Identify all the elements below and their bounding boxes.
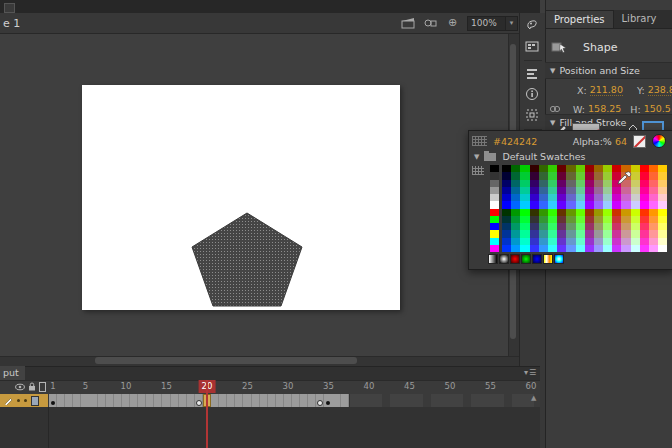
swatch-cell[interactable]	[640, 165, 649, 172]
swatch-cell[interactable]	[502, 187, 511, 194]
gradient-swatches-row[interactable]	[488, 254, 564, 264]
keyframe-hollow[interactable]	[196, 400, 202, 406]
layer-controls-selected[interactable]	[0, 394, 48, 407]
pasteboard[interactable]	[0, 34, 508, 356]
swatch-cell[interactable]	[511, 201, 520, 208]
layer-visibility-eye-icon[interactable]	[15, 383, 25, 391]
swatch-cell[interactable]	[621, 238, 630, 245]
swatch-cell[interactable]	[548, 209, 557, 216]
swatch-cell[interactable]	[649, 201, 658, 208]
swatch-cell[interactable]	[566, 245, 575, 252]
swatch-cell[interactable]	[649, 165, 658, 172]
swatch-cell[interactable]	[640, 238, 649, 245]
swatch-cell[interactable]	[585, 223, 594, 230]
swatch-cell[interactable]	[520, 180, 529, 187]
swatch-cell[interactable]	[490, 238, 499, 245]
swatch-cell[interactable]	[594, 209, 603, 216]
swatch-cell[interactable]	[548, 165, 557, 172]
zoom-level-input[interactable]: 100%	[467, 16, 506, 31]
swatch-cell[interactable]	[539, 238, 548, 245]
swatch-cell[interactable]	[649, 180, 658, 187]
swatch-cell[interactable]	[520, 238, 529, 245]
swatch-cell[interactable]	[502, 238, 511, 245]
swatch-cell[interactable]	[631, 187, 640, 194]
swatch-cell[interactable]	[640, 180, 649, 187]
swatch-cell[interactable]	[640, 245, 649, 252]
swatch-cell[interactable]	[502, 194, 511, 201]
swatch-cell[interactable]	[539, 194, 548, 201]
gradient-swatch-linear-rainbow[interactable]	[543, 254, 553, 264]
swatch-cell[interactable]	[603, 245, 612, 252]
frame-label[interactable]: 10	[121, 381, 132, 391]
swatch-cell[interactable]	[557, 216, 566, 223]
tab-library[interactable]: Library	[614, 10, 665, 28]
swatch-cell[interactable]	[490, 172, 499, 179]
frame-label[interactable]: 60	[526, 381, 537, 391]
swatches-panel-icon[interactable]	[525, 39, 541, 55]
stage-horizontal-scrollbar-thumb[interactable]	[95, 357, 357, 364]
layer-frame-divider[interactable]	[48, 407, 49, 448]
color-panel-icon[interactable]	[525, 18, 541, 34]
swatch-cell[interactable]	[530, 209, 539, 216]
frame-label[interactable]: 35	[323, 381, 334, 391]
swatch-cell[interactable]	[658, 180, 667, 187]
swatch-cell[interactable]	[539, 223, 548, 230]
swatch-cell[interactable]	[520, 216, 529, 223]
swatch-cell[interactable]	[539, 165, 548, 172]
layer-unlocked-dot[interactable]	[24, 399, 27, 402]
swatch-cell[interactable]	[585, 216, 594, 223]
swatch-cell[interactable]	[585, 187, 594, 194]
swatch-cell[interactable]	[576, 194, 585, 201]
keyframe-hollow[interactable]	[317, 400, 323, 406]
swatch-cell[interactable]	[511, 245, 520, 252]
swatch-cell[interactable]	[603, 194, 612, 201]
swatch-cell[interactable]	[631, 216, 640, 223]
swatch-cell[interactable]	[502, 209, 511, 216]
swatch-cell[interactable]	[557, 230, 566, 237]
swatch-cell[interactable]	[539, 201, 548, 208]
swatch-cell[interactable]	[557, 180, 566, 187]
swatch-cell[interactable]	[640, 201, 649, 208]
layer-outline-column-icon[interactable]	[39, 382, 46, 392]
zoom-dropdown-arrow-icon[interactable]: ▾	[506, 16, 518, 31]
swatch-cell[interactable]	[502, 165, 511, 172]
swatch-cell[interactable]	[640, 216, 649, 223]
swatch-cell[interactable]	[640, 223, 649, 230]
swatch-cell[interactable]	[520, 187, 529, 194]
frame-label[interactable]: 1	[50, 381, 55, 391]
folder-collapse-triangle-icon[interactable]: ▼	[474, 153, 479, 161]
swatch-cell[interactable]	[576, 223, 585, 230]
swatch-cell[interactable]	[640, 187, 649, 194]
swatch-cell[interactable]	[520, 230, 529, 237]
swatch-cell[interactable]	[502, 245, 511, 252]
gradient-swatch-radial-white-black[interactable]	[499, 254, 509, 264]
swatch-cell[interactable]	[658, 172, 667, 179]
swatch-cell[interactable]	[585, 245, 594, 252]
swatch-cell[interactable]	[520, 245, 529, 252]
swatch-cell[interactable]	[585, 201, 594, 208]
swatch-cell[interactable]	[612, 245, 621, 252]
section-position-and-size[interactable]: ▼ Position and Size	[545, 62, 672, 79]
swatch-cell[interactable]	[621, 201, 630, 208]
gradient-swatch-radial-green[interactable]	[521, 254, 531, 264]
swatch-cell[interactable]	[631, 230, 640, 237]
swatch-cell[interactable]	[566, 230, 575, 237]
swatch-cell[interactable]	[548, 216, 557, 223]
swatch-cell[interactable]	[511, 216, 520, 223]
swatch-cell[interactable]	[566, 216, 575, 223]
collapse-triangle-icon[interactable]: ▼	[550, 67, 555, 75]
swatch-cell[interactable]	[594, 187, 603, 194]
swatch-cell[interactable]	[490, 194, 499, 201]
swatch-cell[interactable]	[594, 216, 603, 223]
alpha-value[interactable]: 64	[615, 136, 627, 147]
swatch-cell[interactable]	[603, 201, 612, 208]
swatch-cell[interactable]	[520, 209, 529, 216]
swatch-cell[interactable]	[530, 165, 539, 172]
swatch-cell[interactable]	[603, 165, 612, 172]
swatch-cell[interactable]	[612, 230, 621, 237]
timeline-ruler[interactable]	[0, 380, 540, 395]
swatch-cell[interactable]	[658, 223, 667, 230]
swatch-cell[interactable]	[631, 209, 640, 216]
swatch-cell[interactable]	[576, 245, 585, 252]
swatch-cell[interactable]	[658, 216, 667, 223]
